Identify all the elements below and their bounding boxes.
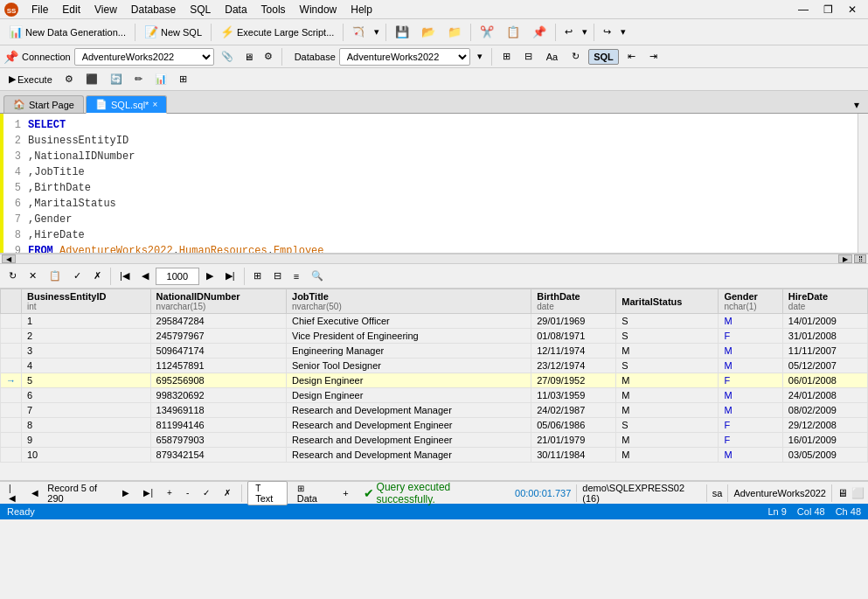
exec-stop-btn[interactable]: ⬛: [80, 72, 103, 87]
cut-btn[interactable]: ✂️: [475, 23, 499, 41]
scroll-left-btn[interactable]: ◀: [2, 254, 16, 263]
first-record-btn[interactable]: |◀: [115, 268, 135, 284]
redo-dropdown[interactable]: ▾: [618, 24, 628, 40]
exec-loading-btn[interactable]: 🔄: [105, 72, 128, 87]
conn-icon-1[interactable]: 📎: [218, 49, 237, 64]
tab-add[interactable]: +: [335, 486, 356, 500]
dropdown-arrow-1[interactable]: ▾: [372, 24, 382, 40]
window-restore-btn[interactable]: ❐: [816, 0, 840, 19]
format-btn[interactable]: ⊞: [497, 48, 516, 65]
open-btn[interactable]: 📁: [442, 23, 467, 41]
record-del-btn[interactable]: -: [181, 485, 194, 500]
tab-text[interactable]: T Text: [247, 481, 288, 505]
table-row[interactable]: 4112457891Senior Tool Designer23/12/1974…: [1, 359, 868, 373]
view-grid-btn[interactable]: ⊞: [248, 268, 267, 284]
results-grid-scroll[interactable]: BusinessEntityIDintNationalIDNumbernvarc…: [0, 289, 868, 480]
save-all-btn[interactable]: 📂: [416, 23, 441, 41]
cell-businessentityid: 9: [22, 433, 151, 448]
menu-item-data[interactable]: Data: [218, 2, 253, 17]
new-data-generation-btn[interactable]: 📊 New Data Generation...: [3, 23, 131, 41]
last-record-btn[interactable]: ▶|: [220, 268, 240, 284]
menu-item-tools[interactable]: Tools: [254, 2, 293, 17]
menu-item-view[interactable]: View: [87, 2, 124, 17]
table-row[interactable]: →5695256908Design Engineer27/09/1952MF06…: [1, 373, 868, 388]
view-split-btn[interactable]: ⊟: [268, 268, 287, 284]
result-copy-btn[interactable]: 📋: [44, 268, 66, 284]
table-row[interactable]: 3509647174Engineering Manager12/11/1974M…: [1, 344, 868, 359]
outdent-btn[interactable]: ⇥: [644, 48, 663, 65]
conn-icon-2[interactable]: 🖥: [240, 50, 257, 64]
editor-hscroll[interactable]: ◀ ▶ ⣿: [0, 254, 868, 264]
tab-data[interactable]: ⊞ Data: [289, 481, 333, 505]
result-check-btn[interactable]: ✓: [68, 268, 87, 284]
result-refresh-btn[interactable]: ↻: [3, 268, 22, 284]
table-row[interactable]: 8811994146Research and Development Engin…: [1, 418, 868, 433]
menu-item-edit[interactable]: Edit: [55, 2, 87, 17]
refresh-btn[interactable]: ↻: [566, 48, 585, 65]
new-sql-btn[interactable]: 📝 New SQL: [139, 23, 207, 41]
menu-item-window[interactable]: Window: [293, 2, 344, 17]
col-header-jobtitle: JobTitlenvarchar(50): [287, 289, 531, 314]
next-record-icon: ▶: [206, 270, 213, 282]
result-x-btn[interactable]: ✗: [88, 268, 107, 284]
exec-format-btn[interactable]: ⊞: [174, 72, 192, 87]
execute-btn[interactable]: ▶ Execute: [3, 72, 58, 87]
menu-item-sql[interactable]: SQL: [183, 2, 218, 17]
record-cancel2-btn[interactable]: ✗: [219, 485, 236, 500]
record-count-input[interactable]: [156, 268, 199, 285]
copy-btn[interactable]: 📋: [501, 23, 525, 41]
tab-start-page[interactable]: 🏠 Start Page: [3, 95, 84, 113]
close-icon[interactable]: ×: [152, 100, 157, 109]
sql-editor[interactable]: SELECT BusinessEntityID ,NationalIDNumbe…: [0, 114, 858, 253]
tab-sql-file[interactable]: 📄 SQL.sql* ×: [86, 95, 167, 114]
db-dropdown[interactable]: ▾: [474, 49, 486, 64]
conn-icon-3[interactable]: ⚙: [260, 49, 276, 64]
record-add-btn[interactable]: +: [162, 485, 177, 500]
ch-info: Ch 48: [836, 506, 861, 517]
menu-item-help[interactable]: Help: [344, 2, 379, 17]
font-btn[interactable]: Aa: [541, 49, 563, 65]
cell-jobtitle: Vice President of Engineering: [287, 329, 531, 344]
editor-scrollbar[interactable]: [858, 114, 868, 253]
record-nav-last[interactable]: ▶|: [138, 485, 158, 500]
record-nav-first[interactable]: |◀: [3, 481, 23, 505]
grid-btn[interactable]: ⊟: [519, 48, 538, 65]
scroll-right-btn[interactable]: ▶: [838, 254, 852, 263]
splitter-handle[interactable]: ⣿: [854, 254, 866, 263]
undo-dropdown[interactable]: ▾: [580, 24, 590, 40]
next-record-btn[interactable]: ▶: [201, 268, 219, 284]
cell-jobtitle: Senior Tool Designer: [287, 359, 531, 373]
redo-btn[interactable]: ↪: [598, 24, 616, 40]
table-row[interactable]: 7134969118Research and Development Manag…: [1, 403, 868, 418]
view-list-btn[interactable]: ≡: [288, 268, 304, 284]
prev-record-btn[interactable]: ◀: [136, 268, 154, 284]
record-nav-next[interactable]: ▶: [117, 485, 135, 500]
tabs-overflow[interactable]: ▾: [849, 97, 865, 113]
exec-results-btn[interactable]: 📊: [149, 72, 172, 87]
menu-item-database[interactable]: Database: [124, 2, 183, 17]
undo-btn[interactable]: ↩: [559, 24, 578, 40]
record-nav-prev[interactable]: ◀: [26, 485, 44, 500]
indent-btn[interactable]: ⇤: [622, 48, 641, 65]
table-row[interactable]: 10879342154Research and Development Mana…: [1, 448, 868, 463]
text-tab-label: Text: [255, 493, 273, 504]
window-minimize-btn[interactable]: —: [791, 0, 816, 19]
table-row[interactable]: 6998320692Design Engineer11/03/1959MM24/…: [1, 388, 868, 403]
exec-edit-btn[interactable]: ✏: [129, 72, 148, 87]
execute-large-script-btn[interactable]: ⚡ Execute Large Script...: [215, 23, 339, 41]
icon-btn-1[interactable]: 🏹: [347, 24, 370, 40]
exec-sort-btn[interactable]: ⚙: [59, 72, 79, 87]
table-row[interactable]: 2245797967Vice President of Engineering0…: [1, 329, 868, 344]
database-select[interactable]: AdventureWorks2022: [339, 48, 470, 66]
table-row[interactable]: 9658797903Research and Development Engin…: [1, 433, 868, 448]
paste-btn[interactable]: 📌: [527, 23, 552, 41]
connection-select[interactable]: AdventureWorks2022: [74, 48, 214, 66]
menu-item-file[interactable]: File: [24, 2, 55, 17]
result-cancel-btn[interactable]: ✕: [24, 268, 42, 284]
record-confirm-btn[interactable]: ✓: [198, 485, 215, 500]
table-row[interactable]: 1295847284Chief Executive Officer29/01/1…: [1, 314, 868, 329]
window-close-btn[interactable]: ✕: [840, 0, 865, 19]
search-result-btn[interactable]: 🔍: [306, 268, 329, 284]
save-btn[interactable]: 💾: [390, 23, 414, 41]
sql-mode-btn[interactable]: SQL: [588, 49, 619, 65]
